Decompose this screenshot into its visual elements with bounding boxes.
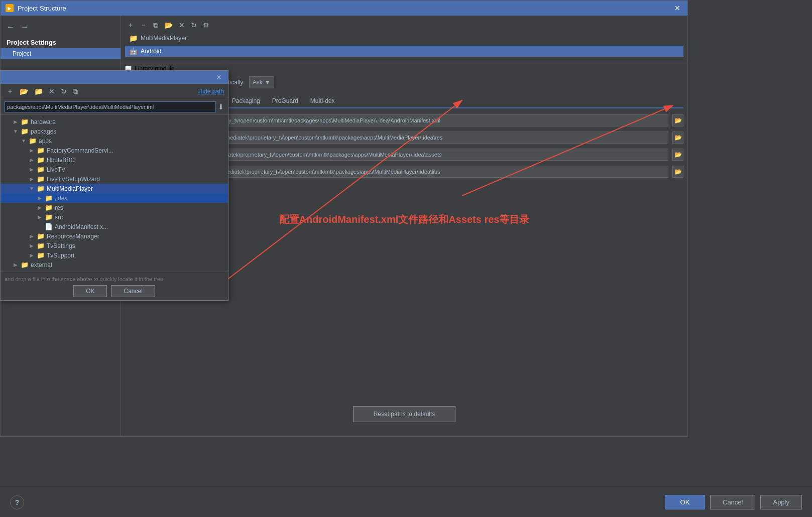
ft-add-button[interactable]: ＋ bbox=[5, 86, 16, 97]
sidebar-item-project[interactable]: Project bbox=[1, 48, 121, 59]
file-tree-cancel-button[interactable]: Cancel bbox=[111, 285, 155, 297]
native-libs-input[interactable] bbox=[209, 166, 668, 178]
folder-icon: 📁 bbox=[37, 175, 45, 183]
folder-icon: 📁 bbox=[21, 261, 29, 269]
folder-icon-multimedia: 📁 bbox=[129, 34, 138, 42]
expand-icon: ▼ bbox=[21, 138, 27, 144]
module-item-android[interactable]: 🤖 Android bbox=[125, 46, 683, 57]
ft-folder-button[interactable]: 📂 bbox=[18, 86, 30, 96]
file-tree-close-button[interactable]: ✕ bbox=[214, 72, 224, 82]
tree-item-hardware[interactable]: ▶ 📁 hardware bbox=[1, 117, 228, 126]
path-download-button[interactable]: ⬇ bbox=[218, 103, 224, 111]
file-tree-footer-buttons: OK Cancel bbox=[5, 285, 224, 297]
file-tree-footer: and drop a file into the space above to … bbox=[1, 272, 228, 300]
ft-folder2-button[interactable]: 📁 bbox=[32, 86, 45, 96]
file-icon: 📄 bbox=[45, 223, 53, 230]
folder-icon: 📁 bbox=[45, 204, 53, 211]
tree-item-androidmanifest[interactable]: 📄 AndroidManifest.x... bbox=[1, 222, 228, 231]
resources-directory-browse-button[interactable]: 📂 bbox=[672, 132, 683, 144]
ok-button[interactable]: OK bbox=[665, 495, 705, 509]
forward-button[interactable]: → bbox=[19, 22, 31, 33]
tree-item-res[interactable]: ▶ 📁 res bbox=[1, 203, 228, 212]
help-button[interactable]: ? bbox=[10, 495, 24, 509]
tree-item-livetv[interactable]: ▶ 📁 LiveTV bbox=[1, 165, 228, 174]
x-module-button[interactable]: ✕ bbox=[177, 20, 187, 30]
assets-directory-browse-button[interactable]: 📂 bbox=[672, 149, 683, 161]
folder-icon: 📁 bbox=[37, 166, 45, 173]
refresh-module-button[interactable]: ↻ bbox=[189, 20, 199, 30]
update-properties-select[interactable]: Ask ▼ bbox=[249, 76, 274, 88]
folder-icon: 📁 bbox=[37, 156, 45, 164]
sidebar-section-title: Project Settings bbox=[1, 35, 121, 48]
expand-icon: ▶ bbox=[13, 119, 19, 125]
copy-module-button[interactable]: ⧉ bbox=[151, 20, 160, 31]
module-label-multimedia: MultiMediaPlayer bbox=[141, 35, 187, 42]
folder-icon: 📁 bbox=[37, 232, 45, 240]
hide-path-button[interactable]: Hide path bbox=[198, 88, 224, 95]
tab-multi-dex[interactable]: Multi-dex bbox=[304, 94, 341, 108]
tree-item-idea[interactable]: ▶ 📁 .idea bbox=[1, 193, 228, 203]
add-module-button[interactable]: ＋ bbox=[125, 20, 136, 31]
expand-icon: ▶ bbox=[37, 195, 43, 201]
module-item-multimedia[interactable]: 📁 MultiMediaPlayer bbox=[125, 33, 683, 44]
tree-item-tvsettings[interactable]: ▶ 📁 TvSettings bbox=[1, 241, 228, 250]
expand-icon: ▶ bbox=[29, 148, 35, 154]
ft-delete-button[interactable]: ✕ bbox=[47, 86, 57, 96]
file-tree-toolbar: ＋ 📂 📁 ✕ ↻ ⧉ Hide path bbox=[1, 84, 228, 99]
manifest-file-browse-button[interactable]: 📂 bbox=[672, 114, 683, 126]
tree-item-packages[interactable]: ▼ 📁 packages bbox=[1, 126, 228, 136]
ft-copy-button[interactable]: ⧉ bbox=[71, 86, 80, 97]
apply-button[interactable]: Apply bbox=[760, 495, 802, 509]
module-list-toolbar: ＋ － ⧉ 📂 ✕ ↻ ⚙ bbox=[125, 20, 683, 31]
file-tree-ok-button[interactable]: OK bbox=[73, 285, 107, 297]
tree-item-multimediaplayer[interactable]: ▼ 📁 MultiMediaPlayer bbox=[1, 184, 228, 193]
window-title: Project Structure bbox=[18, 5, 66, 12]
folder-icon: 📁 bbox=[37, 251, 45, 259]
tree-item-apps[interactable]: ▼ 📁 apps bbox=[1, 136, 228, 146]
close-button[interactable]: ✕ bbox=[672, 3, 682, 13]
path-input[interactable] bbox=[5, 101, 216, 112]
drag-hint: and drop a file into the space above to … bbox=[5, 275, 224, 283]
resources-directory-input[interactable] bbox=[209, 132, 668, 144]
tree-item-hbbtvbbc[interactable]: ▶ 📁 HbbtvBBC bbox=[1, 155, 228, 165]
expand-icon bbox=[37, 224, 43, 230]
tab-proguard[interactable]: ProGuard bbox=[266, 94, 304, 108]
file-tree-dialog: ✕ ＋ 📂 📁 ✕ ↻ ⧉ Hide path ⬇ ▶ 📁 hardware ▼… bbox=[0, 70, 228, 301]
expand-icon: ▶ bbox=[29, 157, 35, 163]
expand-icon: ▶ bbox=[37, 205, 43, 211]
tree-item-livetvsetupwizard[interactable]: ▶ 📁 LiveTVSetupWizard bbox=[1, 174, 228, 184]
expand-icon: ▶ bbox=[29, 176, 35, 182]
tree-item-factorycommand[interactable]: ▶ 📁 FactoryCommandServi... bbox=[1, 146, 228, 155]
folder-icon: 📁 bbox=[29, 137, 37, 145]
assets-directory-input[interactable] bbox=[209, 149, 668, 161]
app-icon: ▶ bbox=[6, 4, 14, 12]
expand-icon: ▼ bbox=[13, 128, 19, 135]
tab-packaging[interactable]: Packaging bbox=[226, 94, 266, 108]
cancel-button[interactable]: Cancel bbox=[710, 495, 755, 509]
tree-container: ▶ 📁 hardware ▼ 📁 packages ▼ 📁 apps ▶ 📁 F… bbox=[1, 115, 228, 272]
tree-item-tvsupport[interactable]: ▶ 📁 TvSupport bbox=[1, 250, 228, 260]
folder-icon: 📁 bbox=[45, 213, 53, 221]
folder-icon: 📁 bbox=[37, 185, 45, 192]
ft-refresh-button[interactable]: ↻ bbox=[59, 86, 69, 96]
expand-icon: ▶ bbox=[29, 252, 35, 258]
expand-icon: ▶ bbox=[29, 243, 35, 249]
settings-module-button[interactable]: ⚙ bbox=[201, 20, 211, 30]
module-list-area: ＋ － ⧉ 📂 ✕ ↻ ⚙ 📁 MultiMediaPlayer 🤖 Andro… bbox=[121, 16, 687, 61]
folder-icon: 📁 bbox=[21, 127, 29, 135]
file-tree-titlebar: ✕ bbox=[1, 71, 228, 84]
folder-module-button[interactable]: 📂 bbox=[162, 20, 175, 30]
reset-paths-button[interactable]: Reset paths to defaults bbox=[353, 406, 456, 422]
module-label-android: Android bbox=[141, 48, 161, 55]
tree-item-resourcesmanager[interactable]: ▶ 📁 ResourcesManager bbox=[1, 231, 228, 241]
expand-icon: ▶ bbox=[29, 167, 35, 173]
expand-icon: ▶ bbox=[13, 262, 19, 268]
folder-icon: 📁 bbox=[45, 194, 53, 202]
tree-item-src[interactable]: ▶ 📁 src bbox=[1, 212, 228, 222]
tree-item-external[interactable]: ▶ 📁 external bbox=[1, 260, 228, 270]
native-libs-browse-button[interactable]: 📂 bbox=[672, 166, 683, 178]
expand-icon: ▶ bbox=[29, 233, 35, 239]
manifest-file-input[interactable] bbox=[209, 114, 668, 126]
back-button[interactable]: ← bbox=[5, 22, 17, 33]
remove-module-button[interactable]: － bbox=[138, 20, 149, 31]
